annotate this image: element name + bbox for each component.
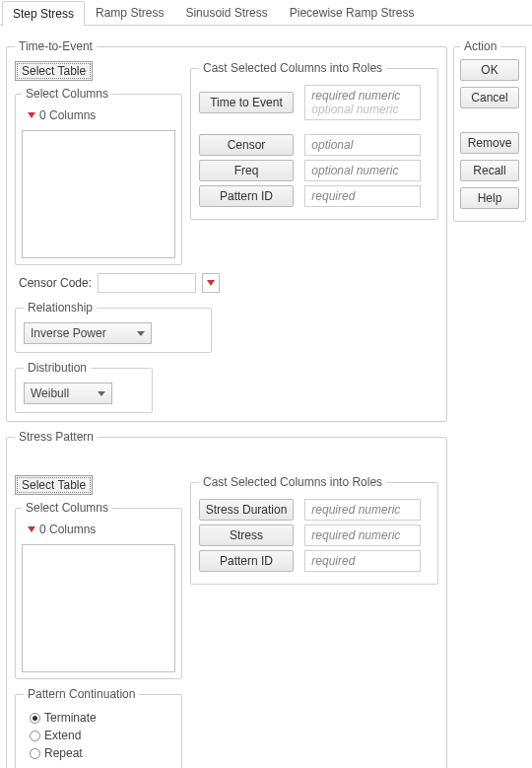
tte-columns-menu[interactable]: 0 Columns <box>22 105 175 126</box>
sp-select-table-button[interactable]: Select Table <box>15 475 93 495</box>
stress-pattern-legend: Stress Pattern <box>15 430 98 444</box>
sp-columns-menu[interactable]: 0 Columns <box>22 519 175 540</box>
tte-role-freq-target[interactable]: optional numeric <box>304 160 421 181</box>
dropdown-icon <box>28 526 35 532</box>
tte-columns-list[interactable] <box>22 130 175 258</box>
tte-roles-fieldset: Cast Selected Columns into Roles Time to… <box>190 61 438 220</box>
censor-code-input[interactable] <box>98 273 196 293</box>
tab-piecewise-ramp-stress[interactable]: Piecewise Ramp Stress <box>279 0 426 25</box>
tte-role-patternid-button[interactable]: Pattern ID <box>199 185 294 207</box>
distribution-dropdown[interactable]: Weibull <box>24 383 112 404</box>
remove-button[interactable]: Remove <box>460 132 519 154</box>
sp-role-patternid-button[interactable]: Pattern ID <box>199 550 294 572</box>
help-button[interactable]: Help <box>460 187 519 209</box>
dropdown-icon <box>28 112 35 118</box>
hint-text: optional numeric <box>311 103 398 116</box>
pattern-continuation-legend: Pattern Continuation <box>24 687 139 701</box>
time-to-event-fieldset: Time-to-Event Select Table Select Column… <box>6 39 447 422</box>
hint-text: required numeric <box>311 89 400 103</box>
relationship-dropdown[interactable]: Inverse Power <box>24 322 152 344</box>
tte-role-time-to-event-target[interactable]: required numeric optional numeric <box>304 85 421 120</box>
pattern-opt-repeat[interactable]: Repeat <box>24 744 173 762</box>
tte-role-time-to-event-button[interactable]: Time to Event <box>199 92 294 113</box>
sp-roles-legend: Cast Selected Columns into Roles <box>199 475 386 489</box>
distribution-legend: Distribution <box>24 361 91 375</box>
radio-label: Extend <box>44 729 81 742</box>
tte-role-freq-button[interactable]: Freq <box>199 160 294 181</box>
recall-button[interactable]: Recall <box>460 160 519 181</box>
tte-role-patternid-target[interactable]: required <box>304 185 421 207</box>
tte-select-columns-legend: Select Columns <box>22 87 112 101</box>
radio-icon <box>30 731 40 741</box>
distribution-value: Weibull <box>31 386 69 400</box>
action-fieldset: Action OK Cancel Remove Recall Help <box>453 39 526 222</box>
pattern-opt-extend[interactable]: Extend <box>24 727 173 744</box>
tte-roles-legend: Cast Selected Columns into Roles <box>199 61 386 75</box>
tte-role-censor-target[interactable]: optional <box>304 134 421 156</box>
radio-icon <box>30 748 40 759</box>
chevron-down-icon <box>98 391 105 396</box>
sp-role-duration-button[interactable]: Stress Duration <box>199 499 294 521</box>
sp-select-columns-legend: Select Columns <box>22 501 112 515</box>
tte-role-censor-button[interactable]: Censor <box>199 134 294 156</box>
censor-code-menu-button[interactable] <box>202 273 220 293</box>
sp-role-stress-target[interactable]: required numeric <box>304 524 421 546</box>
tte-columns-count: 0 Columns <box>39 108 96 122</box>
chevron-down-icon <box>137 331 145 336</box>
action-legend: Action <box>460 39 500 53</box>
radio-label: Repeat <box>44 746 83 760</box>
sp-columns-count: 0 Columns <box>39 523 96 536</box>
sp-role-patternid-target[interactable]: required <box>304 550 421 572</box>
sp-columns-list[interactable] <box>22 544 175 672</box>
stress-pattern-fieldset: Stress Pattern Select Table Select Colum… <box>6 430 447 768</box>
cancel-button[interactable]: Cancel <box>460 87 519 108</box>
sp-role-duration-target[interactable]: required numeric <box>304 499 421 521</box>
tte-select-columns-fieldset: Select Columns 0 Columns <box>15 87 182 265</box>
dropdown-icon <box>207 280 215 286</box>
pattern-continuation-fieldset: Pattern Continuation Terminate Extend Re… <box>15 687 182 768</box>
distribution-fieldset: Distribution Weibull <box>15 361 153 413</box>
relationship-value: Inverse Power <box>31 326 106 340</box>
tab-sinusoid-stress[interactable]: Sinusoid Stress <box>174 0 278 25</box>
radio-icon <box>30 713 40 724</box>
sp-role-stress-button[interactable]: Stress <box>199 524 294 546</box>
sp-roles-fieldset: Cast Selected Columns into Roles Stress … <box>190 475 438 585</box>
sp-select-columns-fieldset: Select Columns 0 Columns <box>15 501 182 679</box>
pattern-opt-terminate[interactable]: Terminate <box>24 709 173 727</box>
ok-button[interactable]: OK <box>460 59 519 81</box>
radio-label: Terminate <box>44 711 97 725</box>
tab-ramp-stress[interactable]: Ramp Stress <box>85 0 174 25</box>
relationship-fieldset: Relationship Inverse Power <box>15 301 212 353</box>
tab-step-stress[interactable]: Step Stress <box>2 1 85 26</box>
relationship-legend: Relationship <box>24 301 97 314</box>
censor-code-label: Censor Code: <box>19 276 92 290</box>
tte-select-table-button[interactable]: Select Table <box>15 61 93 81</box>
time-to-event-legend: Time-to-Event <box>15 39 97 53</box>
tab-bar: Step Stress Ramp Stress Sinusoid Stress … <box>0 0 532 26</box>
